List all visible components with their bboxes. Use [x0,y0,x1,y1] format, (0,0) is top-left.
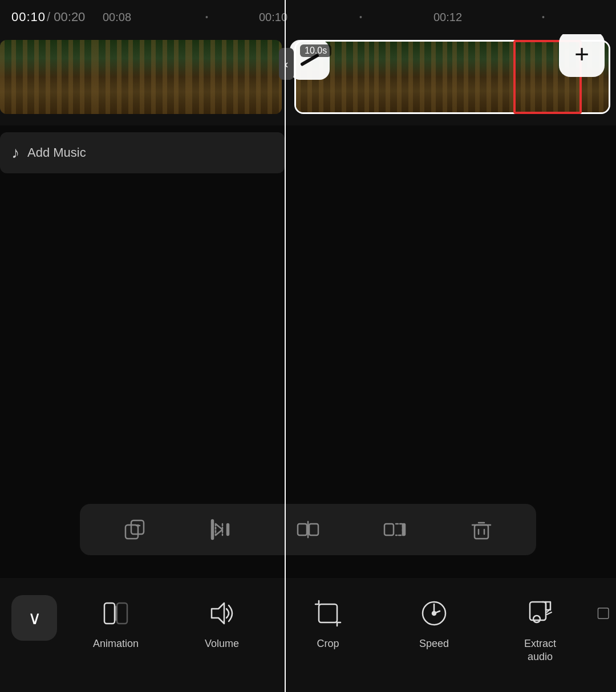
delete-button[interactable] [463,511,500,548]
chevron-left-button[interactable]: ‹ [279,48,294,80]
timeline-header: 00:10 / 00:20 [0,0,616,34]
animation-icon [101,599,131,628]
current-time: 00:10 [11,10,46,25]
nav-item-extract-audio[interactable]: Extractaudio [487,595,593,664]
trim-end-icon [383,518,406,541]
nav-item-speed[interactable]: Speed [381,595,487,650]
animation-icon-wrap [98,595,134,632]
svg-rect-30 [530,602,546,620]
video-frame-3 [188,40,282,114]
clip-edit-toolbar [80,504,536,555]
add-music-label: Add Music [27,145,86,160]
video-frame-1 [0,40,94,114]
collapse-nav-item: ∨ [0,595,63,641]
extract-audio-icon [525,599,555,628]
delete-icon [470,518,493,541]
svg-rect-7 [309,524,318,535]
extract-audio-icon-wrap [522,595,558,632]
volume-icon-wrap [204,595,240,632]
nav-item-volume[interactable]: Volume [169,595,275,650]
trim-end-button[interactable] [376,511,413,548]
split-button[interactable] [290,511,326,548]
chevron-down-icon: ∨ [28,607,41,629]
add-music-bar[interactable]: ♪ Add Music [0,132,285,173]
svg-rect-35 [598,608,608,618]
crop-icon [313,599,343,628]
svg-rect-17 [117,603,127,624]
plus-icon: + [574,42,589,67]
speed-label: Speed [419,637,449,650]
svg-rect-5 [227,524,229,535]
svg-line-34 [547,612,552,614]
animation-label: Animation [93,637,139,650]
duplicate-icon [123,518,146,541]
timeline-strip-area: ‹ 10.0s + [0,34,616,125]
svg-rect-9 [384,524,394,535]
video-clip-left[interactable] [0,40,282,114]
svg-rect-20 [319,604,337,622]
crop-label: Crop [317,637,339,650]
playhead [285,0,286,692]
total-time: / 00:20 [47,10,85,25]
split-icon [297,518,319,541]
partial-icon [596,599,613,628]
svg-rect-4 [212,520,213,539]
clip-duration-badge: 10.0s [300,44,331,57]
speed-icon [419,599,449,628]
svg-rect-11 [475,525,488,539]
nav-item-partial [593,595,616,632]
nav-item-animation[interactable]: Animation [63,595,169,650]
volume-label: Volume [205,637,239,650]
music-icon: ♪ [11,144,19,162]
svg-rect-6 [298,524,307,535]
nav-item-crop[interactable]: Crop [275,595,381,650]
svg-rect-10 [403,524,405,535]
trim-start-button[interactable] [203,511,240,548]
crop-icon-wrap [310,595,346,632]
extract-audio-label: Extractaudio [524,637,556,664]
collapse-button[interactable]: ∨ [11,595,57,641]
volume-icon [207,599,237,628]
speed-icon-wrap [416,595,452,632]
plus-button[interactable]: + [559,34,605,77]
svg-point-31 [533,616,540,622]
svg-marker-19 [212,603,224,624]
video-frame-r2 [374,42,452,112]
trim-start-icon [210,518,233,541]
duplicate-button[interactable] [116,511,153,548]
bottom-nav: ∨ Animation Volume [0,578,616,692]
svg-rect-16 [104,603,115,624]
video-frame-2 [94,40,188,114]
